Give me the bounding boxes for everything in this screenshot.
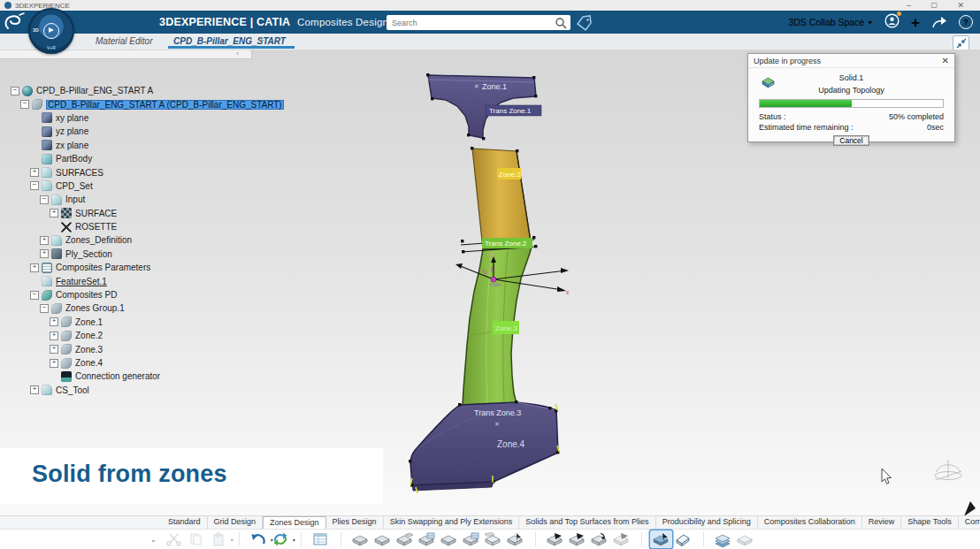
tree-item[interactable]: xy plane xyxy=(11,111,284,125)
tree-item[interactable]: −CPD_B-Pillar_ENG_START A (CPD_B-Pillar_… xyxy=(11,97,284,111)
dialog-titlebar[interactable]: Update in progress ✕ xyxy=(748,54,954,68)
expand-toggle[interactable]: + xyxy=(40,249,49,258)
tree-item-label[interactable]: zx plane xyxy=(56,141,88,150)
tree-item-label[interactable]: Zone.2 xyxy=(75,331,103,340)
tree-item-label[interactable]: Zone.3 xyxy=(75,345,103,355)
tool-merge-zones-button[interactable] xyxy=(394,530,416,548)
tool-create-zone-button[interactable] xyxy=(371,530,394,548)
tree-item[interactable]: +SURFACE xyxy=(11,207,284,220)
expand-toggle[interactable]: + xyxy=(30,263,39,272)
dropdown-arrow-icon[interactable]: ▾ xyxy=(293,537,295,543)
help-icon[interactable]: ? xyxy=(959,15,973,29)
tool-cut-button[interactable] xyxy=(164,530,186,548)
expand-toggle[interactable]: − xyxy=(20,100,29,109)
expand-toggle[interactable]: + xyxy=(30,385,39,394)
tool-transition-solid-button[interactable] xyxy=(610,530,632,548)
collab-space-selector[interactable]: 3DS Collab Space ▼ xyxy=(788,17,873,27)
expand-toggle[interactable]: − xyxy=(30,181,39,190)
tree-item[interactable]: +Zones_Definition xyxy=(11,233,284,247)
tree-item-label[interactable]: yz plane xyxy=(56,126,88,136)
tree-item-label[interactable]: CPD_B-Pillar_ENG_START A (CPD_B-Pillar_E… xyxy=(46,100,284,110)
tree-item[interactable]: ROSETTE xyxy=(11,220,284,233)
tree-item[interactable]: −Composites PD xyxy=(11,288,284,301)
new-tab-button[interactable]: + xyxy=(258,34,264,45)
tree-item-label[interactable]: Composites Parameters xyxy=(56,263,150,272)
tool-select-zones-button[interactable] xyxy=(504,530,526,548)
tool-plies-from-zones-button[interactable] xyxy=(566,530,588,548)
tool-flatten-zones-button[interactable] xyxy=(482,530,504,548)
expand-toggle[interactable]: + xyxy=(50,209,58,217)
tree-item-label[interactable]: CPD_B-Pillar_ENG_START A xyxy=(36,86,153,95)
tool-zones-group-button[interactable] xyxy=(349,530,371,548)
tool-zones-to-plies-button[interactable] xyxy=(544,530,566,548)
expand-toggle[interactable]: + xyxy=(50,345,58,354)
tree-item[interactable]: Connection generator xyxy=(11,370,284,383)
tool-plies-stackup-button[interactable] xyxy=(712,530,734,548)
tool-zones-structure-button[interactable] xyxy=(416,530,438,548)
tool-update-button[interactable]: ▾ xyxy=(270,530,292,548)
zone2-surface[interactable] xyxy=(472,149,532,249)
search-input[interactable] xyxy=(387,18,555,28)
tree-item-label[interactable]: Zone.4 xyxy=(75,358,103,368)
3d-viewport[interactable]: ‹ xyxy=(0,50,980,515)
expand-toggle[interactable]: − xyxy=(40,304,49,313)
tree-item-label[interactable]: CPD_Set xyxy=(56,181,93,191)
collapse-panel-button[interactable] xyxy=(953,35,969,50)
3d-compass[interactable]: 3D V+R xyxy=(28,8,74,54)
tree-item-label[interactable]: Input xyxy=(65,194,85,204)
minimize-button[interactable]: – xyxy=(907,0,911,11)
tree-item[interactable]: +Ply_Section xyxy=(11,248,284,261)
ribbon-tab-compositeslink[interactable]: CompositesLink xyxy=(959,516,980,529)
tool-zone-transition-button[interactable] xyxy=(460,530,482,548)
tree-item-label[interactable]: xy plane xyxy=(56,113,88,123)
ribbon-tab-skin-swapping-and-ply-extensions[interactable]: Skin Swapping and Ply Extensions xyxy=(384,516,520,529)
expand-toggle[interactable]: − xyxy=(30,291,39,300)
tool-stacking-transfer-button[interactable] xyxy=(588,530,610,548)
tool-solid-from-zones-button[interactable] xyxy=(650,530,672,548)
add-content-button[interactable]: + xyxy=(911,16,920,29)
tree-item[interactable]: −Zones Group.1 xyxy=(11,301,284,315)
share-icon[interactable] xyxy=(931,16,947,28)
tree-item[interactable]: PartBody xyxy=(11,152,284,165)
tree-item[interactable]: +Zone.3 xyxy=(11,342,284,355)
maximize-button[interactable]: ▢ xyxy=(930,0,938,11)
tree-item-label[interactable]: Zone.1 xyxy=(75,317,103,327)
close-button[interactable]: ✕ xyxy=(957,0,964,11)
tree-item[interactable]: +Zone.1 xyxy=(11,316,284,329)
tree-item[interactable]: +Zone.2 xyxy=(11,329,284,342)
tree-item-label[interactable]: Zones Group.1 xyxy=(65,303,125,313)
tag-icon[interactable] xyxy=(575,14,594,32)
tree-item[interactable]: −CPD_B-Pillar_ENG_START A xyxy=(11,84,284,97)
ribbon-tab-producibility-and-splicing[interactable]: Producibility and Splicing xyxy=(656,516,758,529)
ribbon-tab-plies-design[interactable]: Plies Design xyxy=(326,516,384,529)
expand-toggle[interactable]: + xyxy=(40,236,49,245)
tree-item-label[interactable]: SURFACES xyxy=(56,168,103,178)
tree-item-label[interactable]: ROSETTE xyxy=(75,222,117,232)
ribbon-tab-grid-design[interactable]: Grid Design xyxy=(208,516,264,529)
tab-cpd-b-pillar[interactable]: CPD_B-Pillar_ENG_START xyxy=(173,34,286,49)
tab-material-editor[interactable]: Material Editor xyxy=(96,34,152,49)
tree-item[interactable]: −Input xyxy=(11,193,284,206)
ribbon-tab-review[interactable]: Review xyxy=(862,516,902,529)
tree-item-label[interactable]: FeatureSet.1 xyxy=(56,277,107,286)
tree-item-label[interactable]: Ply_Section xyxy=(65,249,112,259)
dropdown-arrow-icon[interactable]: ▾ xyxy=(231,537,234,543)
tool-undo-button[interactable]: ▾ xyxy=(248,530,270,548)
expand-toggle[interactable]: + xyxy=(50,317,58,326)
expand-toggle[interactable]: − xyxy=(11,87,19,95)
dialog-close-icon[interactable]: ✕ xyxy=(942,56,949,65)
expand-toggle[interactable]: + xyxy=(30,168,39,177)
tree-item-label[interactable]: Composites PD xyxy=(56,290,117,300)
tool-remove-solid-button[interactable] xyxy=(672,530,694,548)
ribbon-tab-standard[interactable]: Standard xyxy=(162,516,208,529)
tree-item[interactable]: −CPD_Set xyxy=(11,179,284,193)
tree-item[interactable]: +CS_Tool xyxy=(11,384,284,397)
search-icon[interactable] xyxy=(555,17,567,29)
tree-item-label[interactable]: CS_Tool xyxy=(56,385,89,395)
tool-paste-button[interactable]: ▾ xyxy=(208,530,230,548)
tree-item[interactable]: +Zone.4 xyxy=(11,356,284,370)
tool-zone-dropoff-button[interactable] xyxy=(438,530,460,548)
tree-item[interactable]: yz plane xyxy=(11,125,284,138)
tree-item[interactable]: +SURFACES xyxy=(11,165,284,179)
tree-item[interactable]: zx plane xyxy=(11,139,284,152)
